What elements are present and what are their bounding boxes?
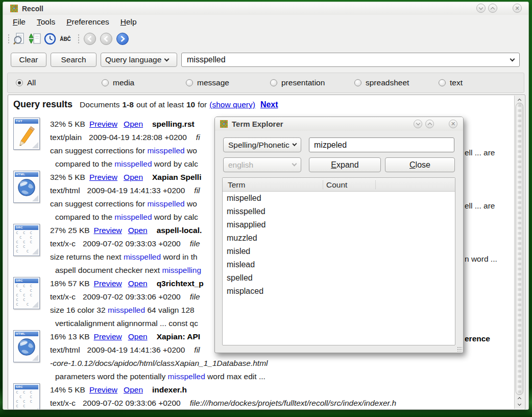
maximize-button[interactable] (488, 4, 497, 13)
expand-button[interactable]: Expand (309, 157, 381, 172)
term-explorer-icon[interactable]: ÅBĈ (58, 31, 73, 47)
main-titlebar[interactable]: Recoll ✕ (3, 2, 528, 15)
term-row[interactable]: mispelled (223, 192, 455, 205)
next-page-button[interactable] (116, 33, 129, 45)
toolbar-grip[interactable] (77, 33, 80, 44)
chevron-down-icon (164, 56, 170, 61)
open-link[interactable]: Open (124, 385, 143, 394)
query-combobox[interactable] (181, 53, 520, 67)
history-icon[interactable] (42, 31, 58, 47)
snippet-line: can suggest corrections for misspelled w… (50, 197, 201, 211)
dialog-maximize-button[interactable] (425, 120, 434, 128)
advanced-search-icon[interactable] (12, 31, 27, 47)
chevron-up-icon (518, 397, 521, 400)
occluded-text-fragment: erence (465, 332, 490, 345)
doc-range: 1-8 (122, 100, 133, 109)
shade-button[interactable] (476, 4, 486, 13)
doc-type-label: SRC (15, 385, 38, 389)
scroll-down-button[interactable] (515, 401, 524, 408)
term-row[interactable]: misspelled (223, 205, 455, 218)
menu-tools[interactable]: Tools (31, 16, 61, 28)
chevron-down-icon[interactable] (510, 56, 515, 61)
first-page-button[interactable] (84, 33, 96, 45)
show-query-link[interactable]: (show query) (209, 100, 255, 109)
doc-url: fil (194, 345, 200, 354)
term-row[interactable]: misled (223, 245, 455, 258)
column-term[interactable]: Term (228, 178, 245, 192)
open-link[interactable]: Open (124, 120, 143, 128)
chevron-up-icon (518, 98, 521, 102)
term-row[interactable]: misapplied (223, 218, 455, 231)
src-doc-icon[interactable]: SRCc c c c cc c cc cc c (13, 224, 40, 256)
filter-media[interactable]: media (102, 73, 134, 92)
scroll-up-button2[interactable] (515, 395, 524, 401)
dialog-title: Term Explorer (232, 120, 283, 128)
results-scrollbar[interactable] (514, 96, 524, 409)
preview-link[interactable]: Preview (89, 173, 117, 181)
radio-icon (439, 79, 446, 86)
term-row[interactable]: misplaced (223, 285, 455, 298)
previous-page-button[interactable] (100, 33, 112, 45)
src-doc-icon[interactable]: SRCc c c c cc c cc cc c (13, 277, 40, 309)
filter-message[interactable]: message (186, 73, 229, 92)
source-code-icon: c c c c cc c cc cc c (16, 390, 33, 410)
dialog-shade-button[interactable] (414, 120, 422, 128)
clear-button[interactable]: Clear (11, 53, 46, 67)
dialog-close-action-button[interactable]: Close (385, 157, 455, 172)
toolbar-grip[interactable] (7, 33, 10, 44)
open-link[interactable]: Open (124, 173, 143, 181)
doc-date: 2009-07-02 09:33:06 +0200 (83, 399, 181, 407)
search-mode-select[interactable]: Query language (101, 53, 177, 67)
preview-link[interactable]: Preview (94, 332, 122, 341)
scroll-up-button[interactable] (515, 96, 524, 103)
next-page-link[interactable]: Next (260, 100, 278, 109)
open-link[interactable]: Open (128, 226, 148, 235)
result-title: spelling.rst (152, 120, 195, 128)
language-select: english (223, 157, 301, 172)
txt-doc-icon[interactable]: TXT (13, 118, 40, 150)
resize-grip[interactable] (457, 346, 462, 352)
filter-presentation[interactable]: presentation (270, 73, 325, 92)
preview-link[interactable]: Preview (94, 279, 122, 288)
snippet-line: parameters word the potentially misspell… (50, 370, 268, 383)
src-doc-icon[interactable]: SRCc c c c cc c cc cc c (13, 383, 40, 410)
term-explorer-dialog: Term Explorer ✕ Spelling/Phonetic englis… (214, 117, 464, 353)
arrow-left-icon (87, 36, 93, 42)
occluded-text-fragment: ell ... are (465, 199, 495, 213)
arrow-right-icon (119, 36, 126, 42)
term-row[interactable]: muzzled (223, 231, 455, 245)
open-link[interactable]: Open (128, 332, 148, 341)
dialog-titlebar[interactable]: Term Explorer ✕ (215, 117, 463, 131)
arrow-left-icon (103, 36, 109, 42)
column-count[interactable]: Count (326, 178, 347, 192)
doc-date: 2009-04-19 14:41:33 +0200 (87, 186, 185, 195)
doc-url: fil (194, 186, 200, 195)
preview-link[interactable]: Preview (89, 385, 117, 394)
menu-file[interactable]: File (7, 16, 31, 28)
menu-preferences[interactable]: Preferences (61, 16, 115, 28)
term-row[interactable]: spelled (223, 271, 455, 285)
expansion-mode-select[interactable]: Spelling/Phonetic (223, 137, 301, 152)
html-doc-icon[interactable]: HTML (13, 171, 40, 203)
close-button[interactable]: ✕ (513, 4, 522, 13)
source-code-icon: c c c c cc c cc cc c (16, 230, 33, 253)
filter-all[interactable]: All (16, 73, 36, 92)
sort-parameters-icon[interactable] (27, 31, 42, 47)
menu-help[interactable]: Help (115, 16, 142, 28)
open-link[interactable]: Open (128, 279, 148, 288)
search-row: Clear Search Query language (3, 53, 528, 68)
mime-type: text/html (50, 186, 80, 195)
dialog-close-button[interactable]: ✕ (449, 120, 457, 128)
html-doc-icon[interactable]: HTML (13, 330, 40, 362)
terms-table-header[interactable]: Term Count (223, 178, 455, 192)
term-input[interactable] (309, 137, 454, 152)
doc-type-label: SRC (15, 279, 38, 283)
filter-text[interactable]: text (439, 73, 463, 92)
filter-spreadsheet[interactable]: spreadsheet (354, 73, 409, 92)
preview-link[interactable]: Preview (89, 120, 117, 128)
scrollbar-thumb[interactable] (516, 103, 523, 395)
search-button[interactable]: Search (51, 53, 96, 67)
term-row[interactable]: mislead (223, 258, 455, 271)
search-input[interactable] (182, 55, 507, 64)
preview-link[interactable]: Preview (94, 226, 122, 235)
